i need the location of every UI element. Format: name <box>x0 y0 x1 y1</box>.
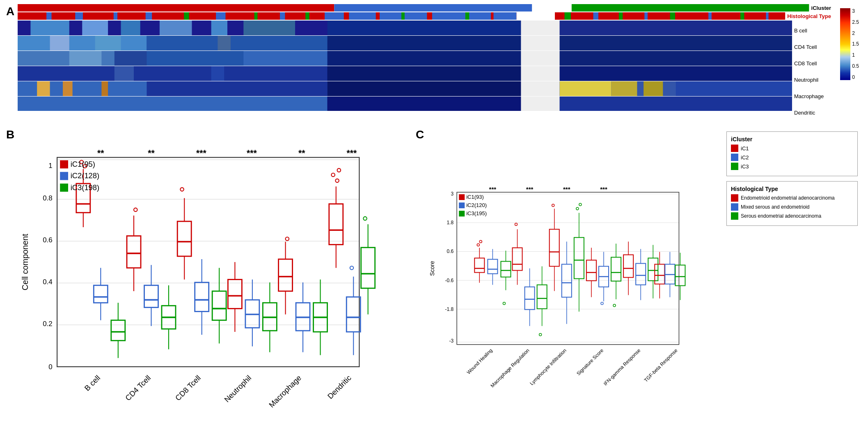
panel-c-wrapper: C Score 3 1.8 0.6 -0.6 -1.8 -3 <box>416 127 862 426</box>
svg-rect-26 <box>644 12 648 20</box>
row-label-cd4: CD4 Tcell <box>794 44 831 51</box>
svg-rect-40 <box>560 21 792 35</box>
svg-rect-37 <box>244 21 295 35</box>
main-container: A iCluster <box>0 0 868 430</box>
tick-3: 3 <box>852 8 859 14</box>
heatmap-main: iCluster <box>18 4 831 123</box>
svg-text:***: *** <box>526 186 534 193</box>
svg-rect-0 <box>18 4 334 11</box>
svg-rect-36 <box>211 21 227 35</box>
row-label-macrophage: Macrophage <box>794 93 831 100</box>
svg-rect-55 <box>244 51 328 66</box>
svg-rect-25 <box>619 12 623 20</box>
svg-text:iC1(95): iC1(95) <box>71 160 95 168</box>
svg-text:**: ** <box>148 148 155 158</box>
svg-text:CD8 Tcell: CD8 Tcell <box>174 373 202 402</box>
svg-text:B cell: B cell <box>83 373 102 393</box>
panel-b-wrapper: B Cell component 0 0.2 0.4 0.6 0.8 1 <box>6 127 412 426</box>
svg-rect-83 <box>560 97 792 111</box>
svg-text:0.4: 0.4 <box>43 278 53 286</box>
svg-rect-34 <box>121 21 140 35</box>
svg-rect-38 <box>328 21 521 35</box>
svg-rect-72 <box>328 81 521 96</box>
svg-text:Neutrophil: Neutrophil <box>222 373 253 404</box>
heatmap-section: iCluster <box>18 4 862 123</box>
ic2-label: iC2 <box>741 154 749 161</box>
tick-0.5: 0.5 <box>852 63 859 69</box>
colorscale-legend: 3 2.5 2 1.5 1 0.5 0 <box>837 4 862 123</box>
ic3-label: iC3 <box>741 163 749 170</box>
svg-rect-11 <box>254 12 258 20</box>
tick-1.5: 1.5 <box>852 41 859 47</box>
svg-rect-27 <box>670 12 675 20</box>
svg-text:**: ** <box>97 148 104 158</box>
svg-rect-8 <box>146 12 152 20</box>
heatmap-body: B cell CD4 Tcell CD8 Tcell Neutrophil Ma… <box>18 21 831 123</box>
svg-text:Score: Score <box>429 261 435 276</box>
ic1-label: iC1 <box>741 145 749 152</box>
svg-rect-73 <box>521 81 560 96</box>
svg-rect-84 <box>57 157 359 367</box>
svg-text:***: *** <box>600 186 608 193</box>
svg-rect-58 <box>560 51 792 66</box>
svg-rect-19 <box>465 12 469 20</box>
svg-text:***: *** <box>247 148 257 158</box>
heatmap-canvas <box>18 21 792 111</box>
svg-text:iC2(120): iC2(120) <box>467 202 487 208</box>
svg-text:***: *** <box>563 186 570 193</box>
svg-rect-81 <box>328 97 521 111</box>
svg-rect-44 <box>95 36 121 51</box>
svg-text:3: 3 <box>451 191 454 197</box>
svg-rect-78 <box>676 81 792 96</box>
svg-rect-46 <box>218 36 231 51</box>
svg-rect-64 <box>521 66 560 81</box>
svg-rect-76 <box>611 81 637 96</box>
svg-rect-32 <box>31 21 69 35</box>
svg-text:Lymphocyte Infiltration: Lymphocyte Infiltration <box>529 347 568 386</box>
mixed-label: Mixed serous and endometrioid <box>741 204 809 210</box>
svg-text:Macrophage Regulation: Macrophage Regulation <box>490 347 531 389</box>
endometrioid-label: Endometrioid endometrial adenocarcinoma <box>741 195 835 201</box>
legend-item-ic2: iC2 <box>731 154 853 161</box>
icluster-legend-title: iCluster <box>731 136 853 143</box>
colorscale-ticks: 3 2.5 2 1.5 1 0.5 0 <box>852 8 859 80</box>
icluster-legend-box: iCluster iC1 iC2 iC3 <box>726 131 858 176</box>
svg-rect-1 <box>334 4 532 11</box>
legend-item-serous: Serous endometrial adenocarcinoma <box>731 212 853 220</box>
svg-rect-21 <box>517 12 555 20</box>
svg-rect-60 <box>18 66 328 81</box>
serous-label: Serous endometrial adenocarcinoma <box>741 213 821 219</box>
svg-point-184 <box>364 217 367 220</box>
row-label-dendritic: Dendritic <box>794 110 831 116</box>
svg-rect-9 <box>184 12 189 20</box>
panel-b-label: B <box>6 128 14 141</box>
svg-rect-61 <box>115 66 134 81</box>
svg-text:**: ** <box>298 148 305 158</box>
svg-rect-53 <box>69 51 102 66</box>
svg-text:***: *** <box>489 186 497 193</box>
icluster-bar-label: iCluster <box>811 5 831 11</box>
svg-rect-12 <box>280 12 285 20</box>
svg-rect-16 <box>376 12 380 20</box>
right-legend: iCluster iC1 iC2 iC3 Histologic <box>722 127 862 426</box>
svg-rect-195 <box>60 184 68 192</box>
svg-rect-35 <box>160 21 192 35</box>
histotype-bar-row: Histological Type <box>18 12 831 20</box>
legend-item-endometrioid: Endometrioid endometrial adenocarcinoma <box>731 194 853 202</box>
svg-rect-63 <box>328 66 521 81</box>
svg-text:IFN-gamma Response: IFN-gamma Response <box>602 347 642 387</box>
panels-bc: B Cell component 0 0.2 0.4 0.6 0.8 1 <box>6 127 862 426</box>
histotype-bar-label: Histological Type <box>787 13 831 19</box>
svg-rect-3 <box>572 4 809 11</box>
svg-rect-68 <box>37 81 50 96</box>
svg-rect-24 <box>593 12 598 20</box>
svg-text:0.6: 0.6 <box>43 236 53 244</box>
svg-rect-50 <box>560 36 792 51</box>
svg-rect-62 <box>211 66 224 81</box>
row-label-neutrophil: Neutrophil <box>794 77 831 83</box>
tick-1: 1 <box>852 52 859 58</box>
icluster-bar <box>18 4 809 11</box>
svg-rect-17 <box>401 12 405 20</box>
svg-text:CD4 Tcell: CD4 Tcell <box>124 373 152 402</box>
ic1-color <box>731 145 738 152</box>
